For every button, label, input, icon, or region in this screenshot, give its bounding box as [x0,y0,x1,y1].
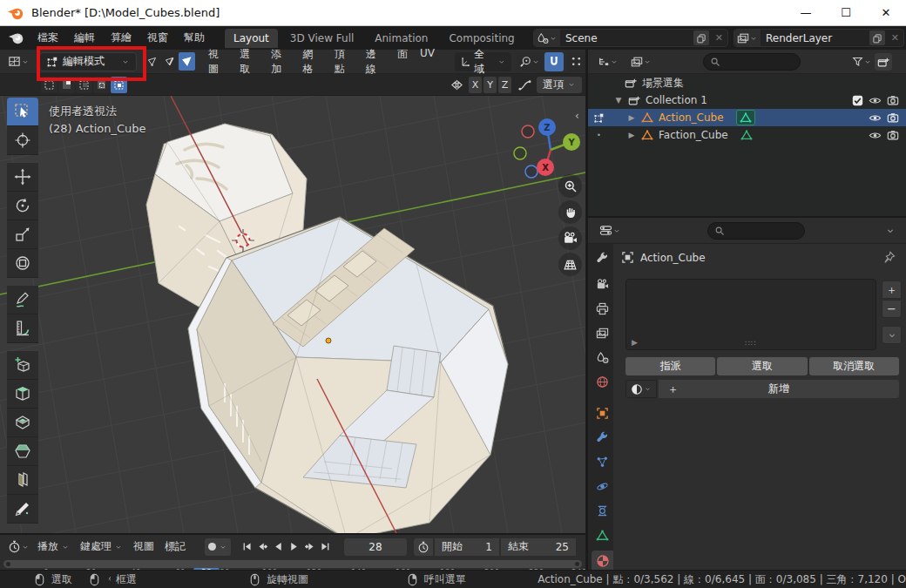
mode-dropdown[interactable]: 編輯模式 [39,52,137,71]
close-button[interactable]: ✕ [866,0,906,26]
jump-to-start-button[interactable] [240,539,254,555]
prev-keyframe-button[interactable] [255,539,269,555]
edge-select-button[interactable] [161,52,178,71]
options-dropdown[interactable]: 選項 [537,77,582,93]
menu-file[interactable]: 檔案 [30,27,66,49]
tab-object-data[interactable] [591,524,613,545]
tool-move[interactable] [7,163,38,192]
mirror-y-button[interactable]: Y [483,77,497,93]
new-material-button[interactable]: ＋ 新增 [659,380,899,398]
select-extend-button[interactable] [58,77,75,93]
sidebar-collapse-arrow[interactable]: ‹ [575,110,579,122]
gizmo-neg-x[interactable] [522,125,534,138]
expand-triangle-icon[interactable]: ▶ [632,338,638,347]
tab-modifiers[interactable] [591,427,613,448]
tab-output[interactable] [591,298,613,319]
menu-render[interactable]: 算繪 [103,27,139,49]
playback-menu[interactable]: 播放 [32,539,75,554]
deselect-button[interactable]: 取消選取 [809,357,899,375]
tab-render[interactable] [591,274,613,294]
navigation-gizmo[interactable]: Z Y X [510,106,584,179]
object-name[interactable]: Faction_Cube [659,129,728,141]
tab-world[interactable] [591,371,613,392]
snap-settings-dropdown[interactable] [517,52,543,71]
tab-constraints[interactable] [591,500,613,521]
vertex-select-button[interactable] [144,52,160,71]
jump-to-end-button[interactable] [318,539,332,555]
render-layer-name[interactable]: RenderLayer [761,32,869,44]
tool-extrude-region[interactable] [7,380,38,409]
viewport-pan-button[interactable] [558,200,582,224]
blender-menu-icon[interactable] [8,30,24,46]
select-invert-button[interactable] [93,77,110,93]
tool-select-box[interactable] [7,98,38,126]
editor-type-button[interactable] [5,53,32,70]
assign-button[interactable]: 指派 [625,357,715,375]
tool-rotate[interactable] [7,192,38,220]
tab-object[interactable] [591,402,613,423]
camera-visibility-icon[interactable] [887,129,899,141]
next-keyframe-button[interactable] [302,539,316,555]
select-set-button[interactable] [41,77,57,93]
gizmo-neg-z[interactable] [525,166,538,178]
checkbox-icon[interactable] [852,95,863,106]
viewport-camera-button[interactable] [558,226,582,250]
tab-physics[interactable] [591,476,613,497]
tab-tool[interactable] [591,247,613,268]
tool-3d-cursor[interactable] [7,126,38,155]
play-button[interactable] [287,539,301,555]
eye-icon[interactable] [869,94,882,107]
proportional-editing-button[interactable] [567,52,585,71]
disclosure-triangle-icon[interactable]: ▼ [612,96,625,105]
disclosure-triangle-icon[interactable]: ▶ [625,113,638,122]
pin-icon[interactable] [882,251,896,264]
viewport-3d[interactable]: 使用者透視法 (28) Action_Cube [0,96,585,533]
viewport-zoom-button[interactable] [558,174,582,198]
tool-bevel[interactable] [7,437,38,466]
scene-name[interactable]: Scene [560,32,693,44]
tab-particles[interactable] [591,451,613,472]
markers-menu[interactable]: 標記 [159,539,191,554]
scene-copy-button[interactable] [693,30,709,45]
chevron-down-icon[interactable] [885,226,896,236]
outliner-search-input[interactable] [703,53,801,71]
play-reverse-button[interactable] [271,539,285,555]
slot-remove-button[interactable]: − [882,300,902,318]
tab-material[interactable] [592,551,613,571]
tool-transform[interactable] [7,249,38,278]
outliner-row-collection[interactable]: ▼ Collection 1 [588,91,906,109]
eye-icon[interactable] [869,112,882,125]
render-layer-unlink-button[interactable]: ✕ [887,32,903,44]
camera-visibility-icon[interactable] [887,94,899,106]
resize-grip[interactable]: ∷∷ [745,339,756,348]
frame-end-field[interactable]: 結束 25 [501,538,576,556]
render-layer-browse-button[interactable] [734,30,761,46]
timeline-editor-type-button[interactable] [5,538,32,555]
scene-unlink-button[interactable]: ✕ [711,32,727,44]
view-menu[interactable]: 視圖 [128,539,159,554]
mesh-data-icon[interactable] [740,129,753,141]
outliner-row-scene-collection[interactable]: 場景選集 [588,74,906,91]
disclosure-triangle-icon[interactable]: ▶ [625,131,638,139]
scene-browse-button[interactable] [534,30,560,46]
breadcrumb-object-name[interactable]: Action_Cube [640,252,706,264]
properties-search-input[interactable] [707,222,805,240]
mirror-x-button[interactable]: X [469,77,482,93]
timeline-scrollbar[interactable] [3,560,582,568]
transform-orientation-dropdown[interactable]: 全域 [455,52,511,71]
gizmo-neg-y[interactable] [514,147,526,159]
menu-edit[interactable]: 編輯 [66,27,103,49]
keying-menu[interactable]: 鍵處理 [75,539,128,554]
properties-editor-type-button[interactable] [597,222,624,239]
render-layer-copy-button[interactable] [869,30,885,45]
eye-icon[interactable] [869,129,882,142]
camera-visibility-icon[interactable] [887,112,899,124]
mirror-z-button[interactable]: Z [498,77,511,93]
menu-window[interactable]: 視窗 [139,27,176,49]
tool-scale[interactable] [7,220,38,249]
new-collection-button[interactable] [875,53,892,71]
material-slots-list[interactable]: ▶ ∷∷ [625,279,876,350]
object-name[interactable]: Action_Cube [659,112,724,124]
outliner-filter-button[interactable] [849,54,875,69]
outliner-row-faction-cube[interactable]: • ▶ Faction_Cube [588,126,906,144]
